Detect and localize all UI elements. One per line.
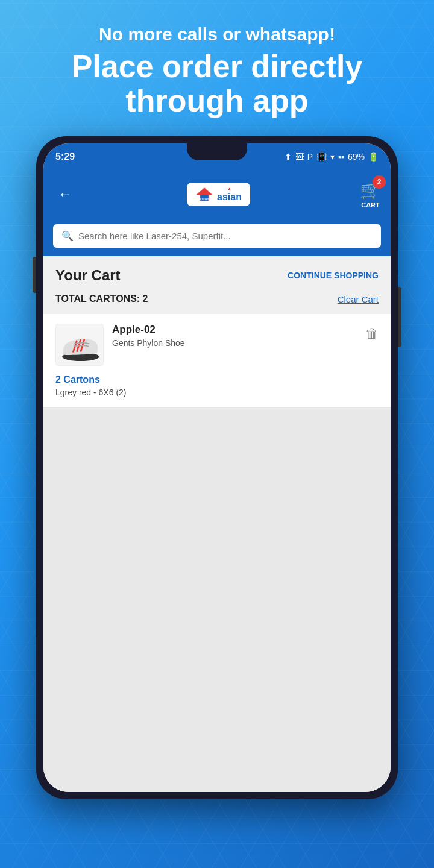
phone-inner: 5:29 ⬆ 🖼 P 📳 ▾ ▪▪ 69% 🔋 ←: [43, 143, 391, 792]
cart-item-row: Apple-02 Gents Phylon Shoe 🗑: [55, 324, 379, 366]
search-bar: 🔍: [43, 218, 391, 256]
signal-icon: ▪▪: [338, 152, 344, 162]
search-icon: 🔍: [61, 230, 74, 242]
search-input-wrap: 🔍: [53, 224, 381, 248]
logo-icon: asian: [195, 187, 213, 201]
search-input[interactable]: [78, 231, 373, 241]
promo-line2: Place order directly through app: [36, 49, 398, 118]
svg-marker-1: [197, 189, 212, 195]
back-button[interactable]: ←: [53, 182, 77, 206]
cart-button[interactable]: 🛒 2 CART: [360, 180, 381, 209]
battery-text: 69%: [348, 152, 365, 162]
continue-shopping-button[interactable]: CONTINUE SHOPPING: [288, 271, 379, 280]
shoe-svg: [58, 327, 101, 363]
side-button-right: [398, 287, 401, 347]
side-button-left: [33, 257, 36, 293]
app-header: ← asian ▲ asian 🛒 2: [43, 170, 391, 218]
cart-item-card: Apple-02 Gents Phylon Shoe 🗑 2 Cartons L…: [43, 314, 391, 407]
promo-section: No more calls or whatsapp! Place order d…: [0, 0, 434, 130]
notch: [187, 143, 247, 160]
photo-icon: 🖼: [295, 152, 304, 162]
item-type: Gents Phylon Shoe: [112, 338, 185, 348]
total-cartons: TOTAL CARTONS: 2: [55, 294, 148, 304]
logo-container: asian ▲ asian: [187, 183, 250, 206]
clear-cart-button[interactable]: Clear Cart: [338, 294, 379, 304]
item-name: Apple-02: [112, 324, 185, 336]
cart-header: Your Cart CONTINUE SHOPPING: [43, 256, 391, 291]
battery-icon: 🔋: [368, 152, 379, 162]
cart-label: CART: [361, 201, 380, 209]
vibrate-icon: 📳: [316, 152, 327, 162]
item-variant: Lgrey red - 6X6 (2): [55, 388, 379, 397]
delete-item-button[interactable]: 🗑: [365, 326, 379, 342]
parking-icon: P: [307, 152, 313, 162]
status-icons: ⬆ 🖼 P 📳 ▾ ▪▪ 69% 🔋: [285, 152, 379, 162]
status-time: 5:29: [55, 151, 75, 162]
item-info: Apple-02 Gents Phylon Shoe: [55, 324, 185, 366]
item-details: Apple-02 Gents Phylon Shoe: [112, 324, 185, 348]
item-image: [55, 324, 104, 366]
cart-empty-space: [43, 407, 391, 792]
logo-text: ▲ asian: [217, 186, 242, 203]
item-cartons: 2 Cartons: [55, 374, 379, 385]
cart-icon-container[interactable]: 🛒 2: [360, 180, 381, 200]
status-bar: 5:29 ⬆ 🖼 P 📳 ▾ ▪▪ 69% 🔋: [43, 143, 391, 170]
promo-line1: No more calls or whatsapp!: [36, 24, 398, 45]
cart-content: Your Cart CONTINUE SHOPPING TOTAL CARTON…: [43, 256, 391, 792]
cart-badge: 2: [373, 175, 386, 189]
svg-text:asian: asian: [200, 197, 209, 201]
cart-summary: TOTAL CARTONS: 2 Clear Cart: [43, 291, 391, 314]
phone-frame: 5:29 ⬆ 🖼 P 📳 ▾ ▪▪ 69% 🔋 ←: [36, 136, 398, 799]
cart-title: Your Cart: [55, 267, 121, 284]
wifi-icon: ▾: [330, 152, 335, 162]
nav-icon: ⬆: [285, 152, 292, 162]
